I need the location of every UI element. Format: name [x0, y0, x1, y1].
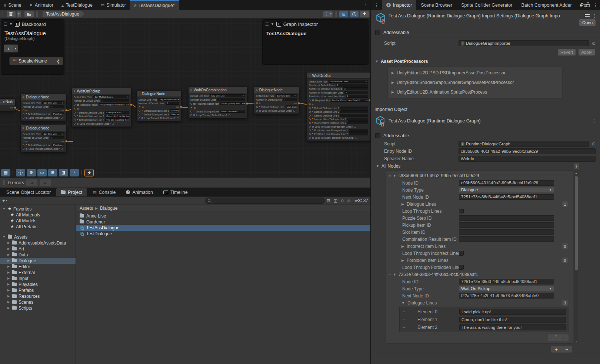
- output-port[interactable]: [298, 102, 300, 104]
- node-element-header[interactable]: ═▼7251e73e-38d3-44ff-a8c5-bcf54088aaf1: [386, 271, 573, 278]
- dialogue-graph-canvas[interactable]: ≡rtNodeout≡DialogueNodeDefault Line Type…: [0, 18, 370, 178]
- input-port-connected[interactable]: ✕: [309, 103, 311, 106]
- field-port[interactable]: [23, 148, 24, 150]
- output-port[interactable]: [180, 106, 182, 108]
- inspector-kebab-icon[interactable]: ⋮: [593, 3, 598, 8]
- foldout-arrow-icon[interactable]: ▶: [391, 90, 394, 94]
- node-dropdown[interactable]: Say Multiple Lines▼: [93, 95, 129, 98]
- output-port[interactable]: [130, 104, 132, 106]
- drag-handle[interactable]: [3, 180, 5, 185]
- foldout-arrow-icon[interactable]: ▶: [401, 202, 404, 206]
- field-port[interactable]: [139, 114, 140, 115]
- tree-item-resources[interactable]: ▶Resources: [0, 293, 76, 299]
- node-title-bar[interactable]: ≡WaitOnPickup: [72, 88, 131, 94]
- tree-item-external[interactable]: ▶External: [0, 270, 76, 276]
- save-button[interactable]: [7, 11, 16, 17]
- field-port[interactable]: [74, 112, 76, 114]
- node-text-field[interactable]: Post boy... W: [52, 144, 64, 146]
- node-checkbox[interactable]: [61, 148, 63, 150]
- field-port[interactable]: [309, 122, 311, 124]
- foldout-label[interactable]: ▶Forbidden Item Lines: [401, 258, 449, 263]
- foldout-arrow-icon[interactable]: ▶: [7, 271, 10, 274]
- create-asset-button[interactable]: +▾: [2, 198, 7, 203]
- element-value-field[interactable]: I said pick it up!: [459, 309, 566, 315]
- add-variable-button[interactable]: +: [4, 44, 13, 53]
- foldout-arrow-icon[interactable]: ▶: [7, 294, 10, 298]
- graph-inspector-header[interactable]: ☰ ▼ i Graph Inspector: [263, 20, 368, 28]
- speaker-name-field[interactable]: Weirdo: [459, 156, 596, 162]
- asset-item-anne-lise[interactable]: Anne Lise: [76, 213, 370, 219]
- input-port-connected[interactable]: ✕: [190, 106, 193, 109]
- checkbox[interactable]: [459, 251, 464, 256]
- foldout-arrow-icon[interactable]: ▶: [7, 283, 10, 286]
- output-port[interactable]: [246, 102, 248, 105]
- input-port[interactable]: [23, 141, 24, 142]
- node-title-bar[interactable]: ≡DialogueNode: [254, 87, 299, 93]
- field-port[interactable]: [309, 129, 311, 131]
- presets-icon[interactable]: [585, 13, 590, 17]
- input-port-connected[interactable]: ✕: [139, 105, 141, 108]
- node-dropdown[interactable]: Say Multiple Lines▼: [158, 98, 179, 101]
- field-port[interactable]: [309, 126, 311, 128]
- scroll-up-icon[interactable]: ▲: [574, 172, 578, 174]
- bottom-tab-scene-object-locator[interactable]: Scene Object Locator: [1, 188, 56, 196]
- tree-item-addressableassetsdata[interactable]: ▶AddressableAssetsData: [0, 240, 76, 246]
- next-error-button[interactable]: ▶: [40, 179, 51, 186]
- header-kebab-icon[interactable]: ⋮: [593, 13, 597, 18]
- bottom-tab-timeline[interactable]: Timeline: [159, 188, 193, 196]
- output-port[interactable]: [65, 109, 67, 111]
- field-port[interactable]: [309, 137, 311, 139]
- tree-item-all-materials[interactable]: ★All Materials: [0, 212, 76, 218]
- drag-handle-icon[interactable]: ═: [403, 325, 405, 329]
- asset-postprocessors-header[interactable]: ▼ Asset PostProcessors: [371, 57, 600, 65]
- play-panel-button[interactable]: ◨: [59, 169, 68, 176]
- node-text-field[interactable]: Cmon, don't be like this!: [105, 115, 129, 118]
- graph-breadcrumb[interactable]: TestAssDialogue: [43, 11, 84, 17]
- graph-inspector-panel[interactable]: ☰ ▼ i Graph Inspector TestAssDialogue: [262, 19, 369, 65]
- object-kebab-icon[interactable]: ⋮: [592, 118, 596, 124]
- frame-button[interactable]: ▭: [37, 169, 47, 176]
- field-value[interactable]: [459, 229, 554, 235]
- graph-node-waitonslot[interactable]: ≡WaitOnSlotDefault Line TypeSay Multiple…: [307, 72, 370, 141]
- open-button[interactable]: Open: [579, 19, 596, 26]
- field-value[interactable]: [459, 215, 554, 221]
- foldout-arrow-icon[interactable]: ▼: [2, 235, 6, 239]
- panel-kebab-icon[interactable]: ⋮: [374, 3, 379, 8]
- package-icon[interactable]: ◫: [333, 198, 337, 203]
- file-list-button[interactable]: ▤: [1, 169, 10, 176]
- tree-item-scripts[interactable]: ▶Scripts: [0, 305, 76, 311]
- foldout-arrow-icon[interactable]: ▶: [7, 253, 10, 256]
- node-text-field[interactable]: OHHH yes...: [170, 109, 179, 112]
- info-button[interactable]: i: [16, 169, 25, 176]
- field-value[interactable]: f22a475e-4c2f-41c6-9b73-6a83498abfe0: [459, 293, 554, 299]
- tree-item-scenes[interactable]: ▶Scenes: [0, 299, 76, 305]
- blackboard-panel-header[interactable]: ☰ ▼ ◧ Blackboard: [1, 20, 64, 28]
- node-dropdown[interactable]: Say One Line▼: [210, 94, 245, 97]
- node-text-field[interactable]: I said pick it up!: [105, 111, 129, 114]
- graph-node-dialoguenode[interactable]: ≡DialogueNodeDefault Line TypeSay One Li…: [20, 125, 67, 152]
- blackboard-toggle-button[interactable]: ⊞: [339, 11, 348, 17]
- checkbox[interactable]: [459, 209, 464, 213]
- tree-item-playables[interactable]: ▶Playables: [0, 282, 76, 287]
- node-text-field[interactable]: [340, 107, 368, 109]
- field-port[interactable]: [23, 144, 24, 146]
- editor-tab-scene[interactable]: #Scene: [0, 0, 26, 10]
- field-port[interactable]: [256, 106, 258, 108]
- object-picker-icon[interactable]: ⊙: [592, 41, 596, 46]
- node-number-field[interactable]: 3: [343, 87, 368, 90]
- collapse-arrow-icon[interactable]: ▼: [271, 22, 274, 26]
- foldout-arrow-icon[interactable]: ▶: [401, 259, 404, 262]
- object-field[interactable]: Ass (Pickup Item Data)⊙: [99, 103, 129, 106]
- chevron-left-icon[interactable]: ❮: [57, 59, 60, 64]
- tree-item-art[interactable]: ▶Art: [0, 246, 76, 252]
- field-value[interactable]: 7251e73e-38d3-44ff-a8c5-bcf54088aaf1: [459, 279, 554, 284]
- field-port[interactable]: [190, 111, 192, 112]
- postprocessor-row[interactable]: ▶UnityEditor.U2D.Animation.SpritePostPro…: [388, 87, 562, 97]
- alert-icon[interactable]: ⚠: [347, 198, 351, 203]
- script-object-field[interactable]: # DialogueGraphImporter: [459, 40, 589, 46]
- node-text-field[interactable]: Man, that's it!: [286, 105, 297, 108]
- project-search-input[interactable]: [205, 198, 325, 204]
- foldout-arrow-icon[interactable]: ▶: [7, 259, 10, 262]
- object-picker-icon[interactable]: ⊙: [592, 141, 596, 146]
- apply-button[interactable]: Apply: [579, 49, 595, 55]
